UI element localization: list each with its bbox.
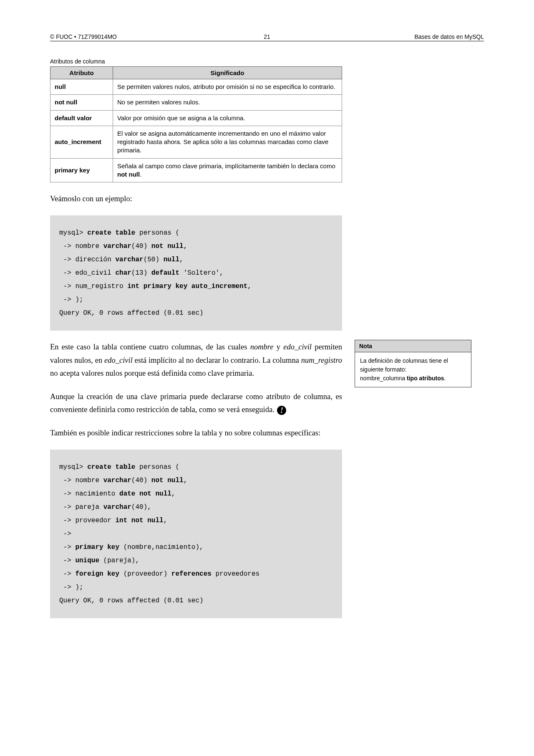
table-row: not null No se permiten valores nulos. [50,95,342,110]
code-block-2: mysql> create table personas ( -> nombre… [50,450,342,618]
attr-name: default valor [50,110,113,126]
attr-name: null [50,79,113,95]
attr-desc: Señala al campo como clave primaria, imp… [113,158,342,182]
page-number: 21 [264,33,270,40]
attr-desc: No se permiten valores nulos. [113,95,342,110]
page-header: © FUOC • 71Z799014MO 21 Bases de datos e… [50,33,484,41]
code-block-1: mysql> create table personas ( -> nombre… [50,215,342,331]
side-column: Nota La definición de columnas tiene el … [355,58,471,387]
paragraph-explain-1: En este caso la tabla contiene cuatro co… [50,341,342,380]
col-header-meaning: Significado [113,67,342,79]
table-row: primary key Señala al campo como clave p… [50,158,342,182]
paragraph-explain-3: También es posible indicar restricciones… [50,427,342,440]
header-left: © FUOC • 71Z799014MO [50,33,117,40]
attr-name: not null [50,95,113,110]
attr-desc: El valor se asigna automáticamente incre… [113,126,342,158]
table-row: auto_increment El valor se asigna automá… [50,126,342,158]
table-row: default valor Valor por omisión que se a… [50,110,342,126]
attr-name: primary key [50,158,113,182]
attr-name: auto_increment [50,126,113,158]
attr-desc: Se permiten valores nulos, atributo por … [113,79,342,95]
main-column: Atributos de columna Atributo Significad… [50,58,342,627]
attributes-table: Atributo Significado null Se permiten va… [50,66,342,182]
header-right: Bases de datos en MySQL [414,33,484,40]
attr-desc: Valor por omisión que se asigna a la col… [113,110,342,126]
note-heading: Nota [355,340,471,352]
note-body: La definición de columnas tiene el sigui… [355,352,471,387]
paragraph-intro-example: Veámoslo con un ejemplo: [50,192,342,205]
paragraph-explain-2: Aunque la creación de una clave primaria… [50,390,342,417]
note-icon: ! [277,406,286,415]
note-box: Nota La definición de columnas tiene el … [355,340,471,387]
col-header-attribute: Atributo [50,67,113,79]
table-caption: Atributos de columna [50,58,342,65]
table-row: null Se permiten valores nulos, atributo… [50,79,342,95]
